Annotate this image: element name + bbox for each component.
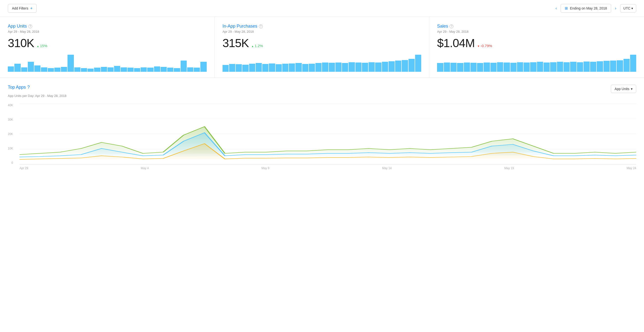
- metric-change-sales: -0.79%: [477, 44, 492, 48]
- bar-item: [577, 62, 583, 72]
- date-navigation: ‹ ⊞ Ending on May 28, 2018 › UTC ▾: [554, 4, 636, 13]
- prev-date-button[interactable]: ‹: [554, 5, 559, 12]
- help-icon-top-apps[interactable]: ?: [27, 85, 30, 90]
- add-filters-label: Add Filters: [12, 6, 28, 10]
- metric-change-iap: 1.2%: [251, 44, 263, 48]
- bar-item: [282, 64, 288, 72]
- metrics-grid: App Units ? Apr 29 - May 28, 2018 310K 1…: [0, 17, 644, 78]
- x-label-may19: May 19: [504, 167, 514, 170]
- bar-item: [375, 63, 381, 72]
- bar-item: [597, 61, 603, 72]
- bar-chart-iap: [222, 55, 422, 72]
- bar-item: [302, 64, 308, 72]
- timezone-selector[interactable]: UTC ▾: [620, 4, 636, 13]
- date-label: Ending on May 28, 2018: [570, 6, 607, 10]
- help-icon-sales[interactable]: ?: [450, 25, 454, 28]
- bar-item: [504, 63, 510, 72]
- filters-section: Add Filters +: [8, 4, 36, 13]
- bar-item: [187, 67, 193, 72]
- bar-item: [517, 62, 523, 72]
- bar-item: [256, 63, 262, 72]
- bar-item: [114, 66, 120, 72]
- bar-item: [477, 63, 483, 72]
- change-value: 15%: [40, 44, 47, 48]
- top-apps-subtitle: App Units per Day: Apr 29 - May 28, 2018: [8, 94, 636, 98]
- bar-item: [497, 62, 503, 72]
- bar-item: [262, 64, 268, 72]
- bar-item: [134, 68, 140, 72]
- x-axis: Apr 29 May 4 May 9 May 14 May 19 May 24: [20, 167, 636, 170]
- bar-item: [296, 63, 302, 72]
- bar-item: [510, 63, 516, 72]
- dropdown-arrow-icon: ▾: [631, 87, 632, 91]
- down-arrow-icon: [477, 44, 480, 48]
- y-axis: 40K 30K 20K 10K 0: [8, 103, 13, 164]
- bar-item: [269, 64, 275, 72]
- bottom-section: Top Apps ? App Units ▾ App Units per Day…: [0, 78, 644, 179]
- metric-title-text: App Units: [8, 24, 27, 29]
- top-apps-title-section: Top Apps ?: [8, 85, 30, 90]
- timezone-label: UTC: [623, 6, 630, 10]
- next-date-button[interactable]: ›: [613, 5, 618, 12]
- app-units-dropdown[interactable]: App Units ▾: [611, 85, 636, 93]
- bar-item: [34, 65, 40, 72]
- x-label-may14: May 14: [382, 167, 392, 170]
- bar-item: [141, 67, 147, 72]
- x-label-may4: May 4: [141, 167, 149, 170]
- metric-title-text: Sales: [437, 24, 448, 29]
- bar-chart-app-units: [8, 55, 207, 72]
- bar-item: [194, 68, 200, 72]
- bar-item: [415, 55, 421, 72]
- change-value: -0.79%: [480, 44, 492, 48]
- x-label-may24: May 24: [627, 167, 636, 170]
- bar-item: [200, 62, 206, 72]
- bar-item: [624, 59, 630, 72]
- bar-item: [610, 61, 616, 72]
- top-apps-title-text: Top Apps: [8, 85, 26, 90]
- bar-item: [444, 63, 450, 72]
- bar-item: [8, 66, 14, 72]
- up-arrow-icon: [36, 44, 39, 48]
- bar-item: [180, 61, 187, 72]
- top-apps-title: Top Apps ?: [8, 85, 30, 90]
- up-arrow-icon: [251, 44, 254, 48]
- metric-value-app-units: 310K: [8, 36, 34, 50]
- bar-item: [154, 66, 160, 72]
- date-pill[interactable]: ⊞ Ending on May 28, 2018: [561, 4, 611, 13]
- bar-item: [309, 64, 315, 72]
- calendar-icon: ⊞: [565, 6, 568, 11]
- bar-item: [524, 63, 530, 72]
- bar-item: [128, 68, 134, 72]
- metric-date-iap: Apr 29 - May 28, 2018: [222, 30, 422, 34]
- metric-date-app-units: Apr 29 - May 28, 2018: [8, 30, 207, 34]
- bar-item: [537, 62, 543, 72]
- help-icon-iap[interactable]: ?: [259, 25, 263, 28]
- metric-date-sales: Apr 29 - May 28, 2018: [437, 30, 636, 34]
- bar-item: [249, 64, 255, 72]
- top-bar: Add Filters + ‹ ⊞ Ending on May 28, 2018…: [0, 0, 644, 17]
- metric-value-sales: $1.04M: [437, 36, 474, 50]
- y-label-30k: 30K: [8, 118, 13, 121]
- change-value: 1.2%: [255, 44, 263, 48]
- metric-title-sales: Sales ?: [437, 24, 636, 29]
- y-label-20k: 20K: [8, 132, 13, 136]
- help-icon-app-units[interactable]: ?: [28, 25, 32, 28]
- bar-item: [544, 63, 550, 72]
- metric-title-iap: In-App Purchases ?: [222, 24, 422, 29]
- bar-item: [167, 68, 173, 72]
- add-filters-button[interactable]: Add Filters +: [8, 4, 36, 13]
- bar-item: [316, 63, 322, 72]
- bar-item: [21, 67, 27, 72]
- bar-item: [88, 69, 94, 72]
- metric-card-iap: In-App Purchases ? Apr 29 - May 28, 2018…: [215, 17, 430, 78]
- bar-item: [242, 65, 248, 72]
- bar-item: [557, 62, 563, 72]
- bar-item: [570, 62, 576, 72]
- metric-value-row-sales: $1.04M -0.79%: [437, 36, 636, 50]
- metric-card-sales: Sales ? Apr 29 - May 28, 2018 $1.04M -0.…: [429, 17, 644, 78]
- bar-item: [408, 59, 415, 72]
- bar-item: [329, 63, 335, 72]
- bar-item: [437, 63, 443, 72]
- bar-item: [336, 63, 342, 72]
- chart-area: [20, 103, 636, 164]
